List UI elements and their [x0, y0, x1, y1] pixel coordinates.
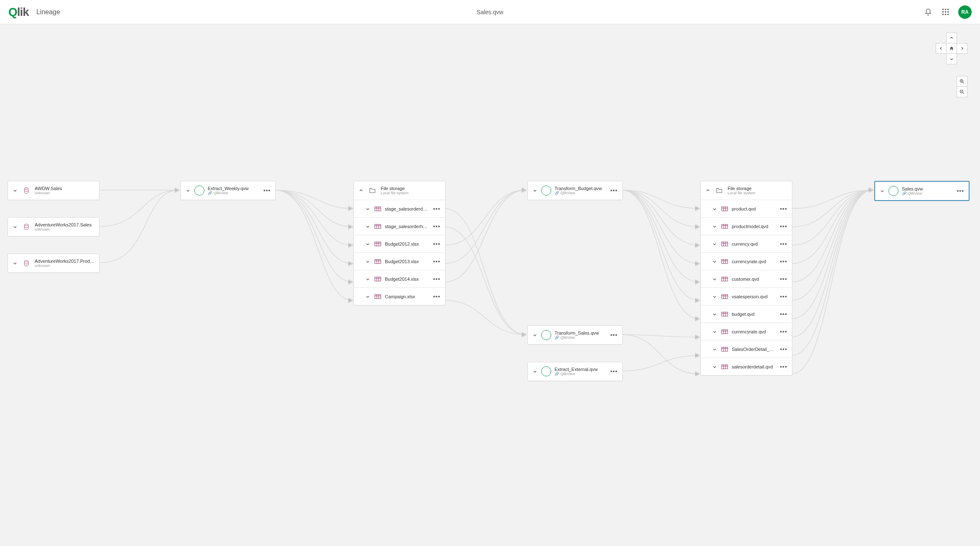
more-button[interactable]: •••	[610, 368, 618, 375]
source-node-1[interactable]: AdventureWorks2017.Salesunknown	[8, 217, 99, 236]
file-row[interactable]: salesorderdetail.qvd•••	[701, 358, 792, 375]
more-button[interactable]: •••	[433, 258, 441, 265]
nav-home-button[interactable]	[946, 43, 957, 54]
chevron-down-icon[interactable]	[185, 188, 191, 193]
chevron-down-icon[interactable]	[365, 206, 371, 212]
file-row[interactable]: Budget2012.xlsx•••	[354, 235, 445, 252]
chevron-up-icon[interactable]	[358, 188, 364, 193]
chevron-down-icon[interactable]	[712, 276, 718, 282]
chevron-down-icon[interactable]	[532, 332, 538, 338]
transform-node-2[interactable]: Extract_External.qvw🔗QlikView •••	[527, 362, 623, 381]
file-row[interactable]: currencyrate.qvd•••	[701, 323, 792, 340]
file-name: vsalesperson.qvd	[732, 294, 776, 299]
more-button[interactable]: •••	[779, 328, 788, 335]
notifications-icon[interactable]	[923, 7, 933, 17]
extract-node[interactable]: Extract_Weekly.qvw🔗QlikView •••	[181, 181, 276, 200]
nav-up-button[interactable]	[946, 33, 957, 43]
more-button[interactable]: •••	[779, 223, 788, 230]
file-row[interactable]: currency.qvd•••	[701, 235, 792, 252]
more-button[interactable]: •••	[779, 241, 788, 247]
chevron-down-icon[interactable]	[712, 311, 718, 317]
connection-layer	[0, 24, 980, 546]
chevron-down-icon[interactable]	[532, 188, 538, 193]
chevron-down-icon[interactable]	[712, 206, 718, 212]
target-node[interactable]: Sales.qvw🔗QlikView •••	[874, 181, 970, 201]
file-row[interactable]: product.qvd•••	[701, 200, 792, 217]
more-button[interactable]: •••	[779, 311, 788, 317]
more-button[interactable]: •••	[779, 293, 788, 300]
zoom-out-button[interactable]	[957, 86, 967, 97]
more-button[interactable]: •••	[433, 276, 441, 282]
node-subtitle: unknown	[35, 264, 95, 268]
source-node-2[interactable]: AdventureWorks2017.Produ...unknown	[8, 254, 99, 273]
chevron-down-icon[interactable]	[365, 294, 371, 300]
more-button[interactable]: •••	[779, 206, 788, 212]
file-row[interactable]: stage_salesorderhead...•••	[354, 217, 445, 235]
svg-rect-23	[722, 259, 728, 264]
more-button[interactable]: •••	[433, 206, 441, 212]
svg-rect-20	[722, 207, 728, 211]
chevron-down-icon[interactable]	[532, 368, 538, 374]
chevron-down-icon[interactable]	[12, 260, 18, 266]
svg-rect-2	[947, 9, 949, 10]
chevron-down-icon[interactable]	[12, 224, 18, 230]
transform-node-0[interactable]: Transform_Budget.qvw🔗QlikView •••	[527, 181, 623, 200]
node-title: Extract_External.qvw	[555, 367, 606, 372]
qlik-logo: Qlik	[8, 5, 29, 19]
svg-rect-29	[722, 365, 728, 369]
user-avatar[interactable]: RA	[958, 5, 972, 19]
zoom-in-button[interactable]	[957, 76, 967, 87]
table-icon	[374, 223, 382, 229]
node-title: AdventureWorks2017.Produ...	[35, 259, 95, 264]
more-button[interactable]: •••	[263, 187, 271, 194]
more-button[interactable]: •••	[779, 346, 788, 353]
table-icon	[374, 294, 382, 300]
lineage-canvas[interactable]: AWDW.Salesunknown AdventureWorks2017.Sal…	[0, 24, 980, 546]
storage2-node[interactable]: File storageLocal file system product.qv…	[700, 181, 792, 376]
file-row[interactable]: customer.qvd•••	[701, 270, 792, 287]
chevron-down-icon[interactable]	[879, 188, 885, 194]
chevron-down-icon[interactable]	[712, 294, 718, 300]
more-button[interactable]: •••	[779, 276, 788, 282]
file-row[interactable]: Budget2014.xlsx•••	[354, 270, 445, 287]
file-row[interactable]: stage_salesorderdetail...•••	[354, 200, 445, 217]
chevron-up-icon[interactable]	[705, 188, 711, 193]
table-icon	[721, 294, 728, 300]
more-button[interactable]: •••	[779, 258, 788, 265]
chevron-down-icon[interactable]	[712, 346, 718, 352]
file-row[interactable]: budget.qvd•••	[701, 305, 792, 323]
file-row[interactable]: currencyrate.qvd•••	[701, 252, 792, 270]
chevron-down-icon[interactable]	[712, 223, 718, 229]
app-launcher-icon[interactable]	[941, 7, 951, 17]
file-row[interactable]: SalesOrderDetail_202...•••	[701, 340, 792, 358]
nav-left-button[interactable]	[936, 43, 947, 54]
chevron-down-icon[interactable]	[712, 259, 718, 264]
chevron-down-icon[interactable]	[365, 276, 371, 282]
more-button[interactable]: •••	[779, 363, 788, 370]
more-button[interactable]: •••	[433, 241, 441, 247]
nav-right-button[interactable]	[957, 43, 967, 54]
chevron-down-icon[interactable]	[365, 223, 371, 229]
node-title: AdventureWorks2017.Sales	[35, 222, 95, 227]
nav-down-button[interactable]	[946, 53, 957, 64]
chevron-down-icon[interactable]	[712, 364, 718, 370]
more-button[interactable]: •••	[610, 332, 618, 338]
file-row[interactable]: Budget2013.xlsx•••	[354, 252, 445, 270]
more-button[interactable]: •••	[610, 187, 618, 194]
chevron-down-icon[interactable]	[712, 241, 718, 247]
file-row[interactable]: vsalesperson.qvd•••	[701, 287, 792, 305]
chevron-down-icon[interactable]	[12, 188, 18, 193]
chevron-down-icon[interactable]	[365, 259, 371, 264]
more-button[interactable]: •••	[433, 293, 441, 300]
file-row[interactable]: productmodel.qvd•••	[701, 217, 792, 235]
chevron-down-icon[interactable]	[712, 329, 718, 335]
more-button[interactable]: •••	[956, 188, 965, 194]
more-button[interactable]: •••	[433, 223, 441, 230]
chevron-down-icon[interactable]	[365, 241, 371, 247]
source-node-0[interactable]: AWDW.Salesunknown	[8, 181, 99, 200]
node-subtitle: 🔗QlikView	[555, 191, 606, 195]
storage1-node[interactable]: File storageLocal file system stage_sale…	[354, 181, 445, 305]
svg-point-12	[24, 224, 28, 226]
transform-node-1[interactable]: Transform_Sales.qvw🔗QlikView •••	[527, 325, 623, 345]
file-row[interactable]: Campaign.xlsx•••	[354, 287, 445, 305]
